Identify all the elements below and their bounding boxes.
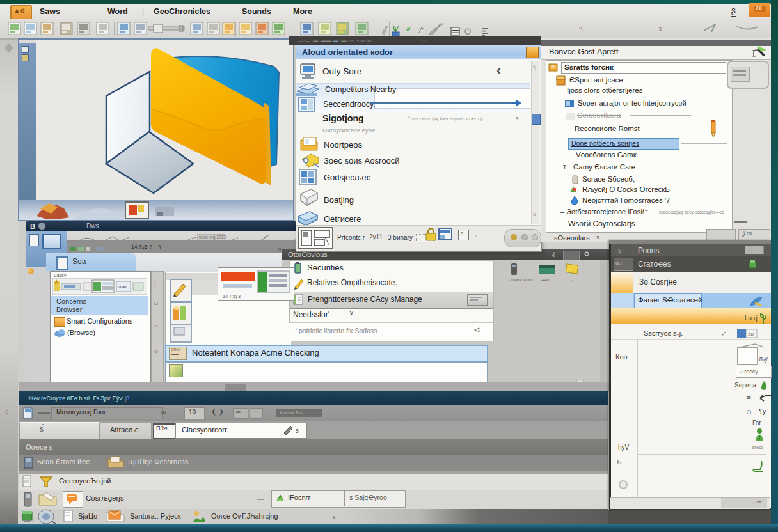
svg-text:٩: ٩ <box>579 25 583 33</box>
svg-text:Omaha sound: Omaha sound <box>509 278 533 282</box>
svg-text:♆: ♆ <box>658 24 664 34</box>
svg-text:הɂש: הɂש <box>118 285 127 289</box>
svg-text:Л: Л <box>278 247 281 253</box>
svg-text:14.7(5) 3: 14.7(5) 3 <box>223 294 241 299</box>
svg-text:שב: שב <box>748 332 754 336</box>
svg-text:ѕ: ѕ <box>296 427 299 434</box>
svg-text:⌄: ⌄ <box>570 278 574 282</box>
svg-text:Feed: Feed <box>541 278 550 282</box>
